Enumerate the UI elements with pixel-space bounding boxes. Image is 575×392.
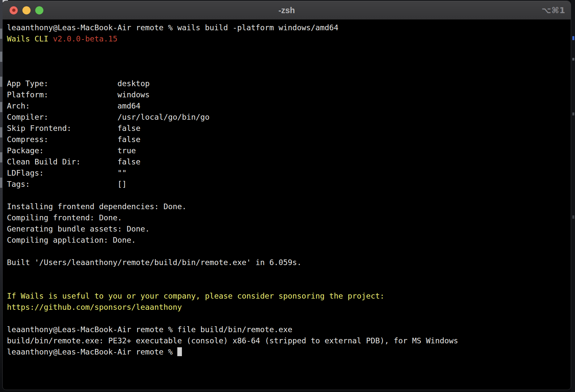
terminal-line xyxy=(7,44,566,56)
terminal-line: Skip Frontend: false xyxy=(7,123,566,134)
terminal-line: Wails CLI v2.0.0-beta.15 xyxy=(7,33,566,44)
terminal-line: build/bin/remote.exe: PE32+ executable (… xyxy=(7,335,566,346)
traffic-lights xyxy=(10,1,43,19)
cursor xyxy=(177,347,182,356)
terminal-line: If Wails is useful to you or your compan… xyxy=(7,290,566,302)
terminal-text: Installing frontend dependencies: Done. xyxy=(7,202,187,211)
terminal-text: LDFlags: "" xyxy=(7,168,127,177)
terminal-line: Compiling frontend: Done. xyxy=(7,212,566,223)
terminal-text: Compiling application: Done. xyxy=(7,235,136,244)
terminal-text: Built '/Users/leaanthony/remote/build/bi… xyxy=(7,258,302,267)
background-sliver-speck xyxy=(572,36,574,40)
terminal-text: Compiling frontend: Done. xyxy=(7,213,122,222)
close-button[interactable] xyxy=(10,6,18,14)
terminal-text: build/bin/remote.exe: PE32+ executable (… xyxy=(7,336,458,345)
terminal-line: App Type: desktop xyxy=(7,78,566,89)
terminal-text: leaanthony@Leas-MacBook-Air remote % wai… xyxy=(7,23,338,32)
terminal-text: Arch: amd64 xyxy=(7,101,140,110)
background-sliver-speck xyxy=(572,215,574,219)
terminal-text: App Type: desktop xyxy=(7,79,150,88)
minimize-button[interactable] xyxy=(22,6,31,14)
terminal-text: leaanthony@Leas-MacBook-Air remote % fil… xyxy=(7,325,292,334)
terminal-line: Installing frontend dependencies: Done. xyxy=(7,201,566,212)
window-title: -zsh xyxy=(3,1,571,19)
titlebar[interactable]: -zsh ⌥⌘1 xyxy=(3,1,571,20)
terminal-line: LDFlags: "" xyxy=(7,167,566,179)
terminal-screen[interactable]: leaanthony@Leas-MacBook-Air remote % wai… xyxy=(3,20,571,357)
terminal-text: Generating bundle assets: Done. xyxy=(7,224,150,233)
terminal-text: leaanthony@Leas-MacBook-Air remote % xyxy=(7,347,177,356)
terminal-line: Built '/Users/leaanthony/remote/build/bi… xyxy=(7,257,566,268)
close-icon xyxy=(12,9,15,12)
terminal-text: Tags: [] xyxy=(7,180,127,188)
terminal-line xyxy=(7,268,566,279)
terminal-window: -zsh ⌥⌘1 leaanthony@Leas-MacBook-Air rem… xyxy=(2,1,571,390)
terminal-text: Wails CLI xyxy=(7,34,53,43)
terminal-line: Tags: [] xyxy=(7,179,566,190)
terminal-line: Compress: false xyxy=(7,134,566,145)
window-shortcut-badge: ⌥⌘1 xyxy=(542,1,565,19)
terminal-line xyxy=(7,56,566,67)
terminal-text: v2.0.0-beta.15 xyxy=(53,34,117,43)
background-window-right-sliver xyxy=(571,0,575,392)
terminal-line: Compiling application: Done. xyxy=(7,234,566,246)
terminal-line xyxy=(7,190,566,201)
terminal-line: Compiler: /usr/local/go/bin/go xyxy=(7,111,566,123)
terminal-line xyxy=(7,67,566,78)
terminal-line xyxy=(7,279,566,290)
terminal-line: Generating bundle assets: Done. xyxy=(7,223,566,234)
terminal-line: leaanthony@Leas-MacBook-Air remote % wai… xyxy=(7,22,566,33)
terminal-line: leaanthony@Leas-MacBook-Air remote % xyxy=(7,346,566,357)
terminal-text: Clean Build Dir: false xyxy=(7,157,140,166)
terminal-text: Compress: false xyxy=(7,135,140,144)
terminal-text: If Wails is useful to you or your compan… xyxy=(7,291,385,300)
terminal-text: Compiler: /usr/local/go/bin/go xyxy=(7,112,210,121)
terminal-text: Platform: windows xyxy=(7,90,150,99)
terminal-text: Package: true xyxy=(7,146,136,155)
terminal-line: Arch: amd64 xyxy=(7,100,566,111)
zoom-button[interactable] xyxy=(35,6,43,14)
terminal-line xyxy=(7,246,566,257)
terminal-text: https://github.com/sponsors/leaanthony xyxy=(7,303,182,311)
terminal-text: Skip Frontend: false xyxy=(7,124,140,133)
terminal-line: https://github.com/sponsors/leaanthony xyxy=(7,302,566,313)
terminal-line: Package: true xyxy=(7,145,566,156)
background-sliver-speck xyxy=(572,58,574,61)
terminal-line: Clean Build Dir: false xyxy=(7,156,566,167)
background-sliver-speck xyxy=(572,112,574,115)
terminal-line: leaanthony@Leas-MacBook-Air remote % fil… xyxy=(7,324,566,335)
terminal-line: Platform: windows xyxy=(7,89,566,100)
terminal-line xyxy=(7,313,566,324)
